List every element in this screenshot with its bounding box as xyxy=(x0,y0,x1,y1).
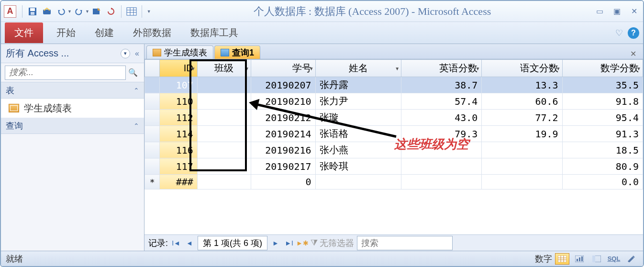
prev-record-button[interactable]: ◄ xyxy=(184,238,195,248)
collapse-icon[interactable]: ⌃ xyxy=(133,87,139,94)
cell-chinese[interactable] xyxy=(482,175,562,189)
cell-chinese[interactable]: 60.6 xyxy=(482,93,562,110)
cell-name[interactable]: 张力尹 xyxy=(315,93,401,110)
cell-math[interactable]: 95.4 xyxy=(562,110,643,126)
row-selector[interactable] xyxy=(145,142,160,158)
cell-class[interactable] xyxy=(197,126,251,142)
dropdown-icon[interactable]: ▼ xyxy=(395,66,400,71)
cell-english[interactable]: 79.3 xyxy=(401,126,482,142)
table-view-icon[interactable] xyxy=(125,5,138,18)
cell-id[interactable]: 110 xyxy=(160,93,198,110)
table-row[interactable]: 10720190207张丹露38.713.335.5 xyxy=(145,77,643,93)
table-row[interactable]: 11620190216张小燕18.5 xyxy=(145,142,643,158)
refresh-icon[interactable] xyxy=(105,5,117,18)
cell-sno[interactable]: 20190216 xyxy=(251,142,315,158)
file-tab[interactable]: 文件 xyxy=(5,22,43,43)
dropdown-icon[interactable]: ▼ xyxy=(309,66,314,71)
new-record-row[interactable]: *###00.0 xyxy=(145,175,643,189)
cell-id[interactable]: 112 xyxy=(160,110,198,126)
navgroup-tables[interactable]: 表 ⌃ xyxy=(1,82,144,99)
cell-sno[interactable]: 20190207 xyxy=(251,77,315,93)
dropdown-icon[interactable]: ▼ xyxy=(191,66,196,71)
cell-chinese[interactable]: 77.2 xyxy=(482,110,562,126)
navgroup-queries[interactable]: 查询 ⌃ xyxy=(1,118,144,134)
cell-chinese[interactable]: 13.3 xyxy=(482,77,562,93)
cell-id[interactable]: ### xyxy=(160,175,198,189)
navpane-collapse-icon[interactable]: « xyxy=(135,49,139,58)
cell-sno[interactable]: 20190212 xyxy=(251,110,315,126)
col-header-name[interactable]: 姓名▼ xyxy=(315,60,401,77)
design-view-button[interactable] xyxy=(624,253,638,265)
col-header-id[interactable]: ID▼ xyxy=(160,60,198,77)
undo-icon[interactable] xyxy=(55,5,67,18)
table-row[interactable]: 11020190210张力尹57.460.691.8 xyxy=(145,93,643,110)
last-record-button[interactable]: ►I xyxy=(284,238,294,248)
ribbon-tab-home[interactable]: 开始 xyxy=(56,26,76,39)
tab-student-table[interactable]: 学生成绩表 xyxy=(146,45,213,59)
cell-name[interactable]: 张昤琪 xyxy=(315,158,401,175)
cell-class[interactable] xyxy=(197,110,251,126)
cell-id[interactable]: 116 xyxy=(160,142,198,158)
cell-name[interactable]: 张璇 xyxy=(315,110,401,126)
cell-class[interactable] xyxy=(197,175,251,189)
row-selector[interactable] xyxy=(145,77,160,93)
cell-chinese[interactable]: 19.9 xyxy=(482,126,562,142)
cell-math[interactable]: 80.9 xyxy=(562,158,643,175)
first-record-button[interactable]: I◄ xyxy=(171,238,181,248)
table-row[interactable]: 11220190212张璇43.077.295.4 xyxy=(145,110,643,126)
cell-english[interactable]: 57.4 xyxy=(401,93,482,110)
col-header-math[interactable]: 数学分数▼ xyxy=(562,60,643,77)
navpane-header[interactable]: 所有 Access ... ▾ « xyxy=(1,44,144,63)
table-row[interactable]: 11720190217张昤琪80.9 xyxy=(145,158,643,175)
cell-english[interactable] xyxy=(401,142,482,158)
qat-export-icon[interactable] xyxy=(90,5,103,18)
select-all-cell[interactable] xyxy=(145,60,160,77)
ribbon-tab-dbtools[interactable]: 数据库工具 xyxy=(190,26,238,39)
qat-customize-icon[interactable]: ▼ xyxy=(147,9,151,14)
new-record-button[interactable]: ►✱ xyxy=(297,238,308,248)
cell-class[interactable] xyxy=(197,77,251,93)
col-header-class[interactable]: 班级▼ xyxy=(197,60,251,77)
col-header-english[interactable]: 英语分数▼ xyxy=(401,60,482,77)
cell-id[interactable]: 114 xyxy=(160,126,198,142)
redo-icon[interactable] xyxy=(73,5,85,18)
next-record-button[interactable]: ► xyxy=(270,238,281,248)
cell-name[interactable] xyxy=(315,175,401,189)
redo-dropdown-icon[interactable]: ▼ xyxy=(85,9,89,14)
cell-english[interactable]: 43.0 xyxy=(401,110,482,126)
cell-english[interactable] xyxy=(401,175,482,189)
minimize-button[interactable]: ▭ xyxy=(593,7,606,16)
undo-dropdown-icon[interactable]: ▼ xyxy=(67,9,72,14)
cell-sno[interactable]: 0 xyxy=(251,175,315,189)
dropdown-icon[interactable]: ▼ xyxy=(636,66,641,71)
cell-class[interactable] xyxy=(197,158,251,175)
qat-tool-icon[interactable] xyxy=(41,5,53,18)
pivottable-view-button[interactable] xyxy=(589,253,604,265)
cell-chinese[interactable] xyxy=(482,142,562,158)
dropdown-icon[interactable]: ▼ xyxy=(556,66,561,71)
cell-chinese[interactable] xyxy=(482,158,562,175)
sql-view-button[interactable]: SQL xyxy=(607,253,621,265)
dropdown-icon[interactable]: ▼ xyxy=(244,66,249,71)
navpane-search-input[interactable] xyxy=(5,66,126,80)
dropdown-icon[interactable]: ▼ xyxy=(475,66,480,71)
cell-id[interactable]: 117 xyxy=(160,158,198,175)
row-selector[interactable] xyxy=(145,93,160,110)
close-button[interactable]: ✕ xyxy=(628,7,640,16)
ribbon-tab-external[interactable]: 外部数据 xyxy=(133,26,171,39)
cell-math[interactable]: 18.5 xyxy=(562,142,643,158)
cell-english[interactable]: 38.7 xyxy=(401,77,482,93)
ribbon-collapse-icon[interactable]: ♡ xyxy=(615,28,623,38)
cell-sno[interactable]: 20190210 xyxy=(251,93,315,110)
recnav-search-input[interactable]: 捜索 xyxy=(357,236,453,250)
row-selector[interactable] xyxy=(145,110,160,126)
navitem-student-table[interactable]: 学生成绩表 xyxy=(1,99,144,118)
col-header-sno[interactable]: 学号▼ xyxy=(251,60,315,77)
save-icon[interactable] xyxy=(26,5,39,18)
cell-id[interactable]: 107 xyxy=(160,77,198,93)
search-icon[interactable]: 🔍 xyxy=(126,66,140,80)
collapse-icon[interactable]: ⌃ xyxy=(133,122,139,130)
cell-math[interactable]: 91.3 xyxy=(562,126,643,142)
record-position[interactable]: 第 1 项(共 6 项) xyxy=(198,236,267,250)
col-header-chinese[interactable]: 语文分数▼ xyxy=(482,60,562,77)
